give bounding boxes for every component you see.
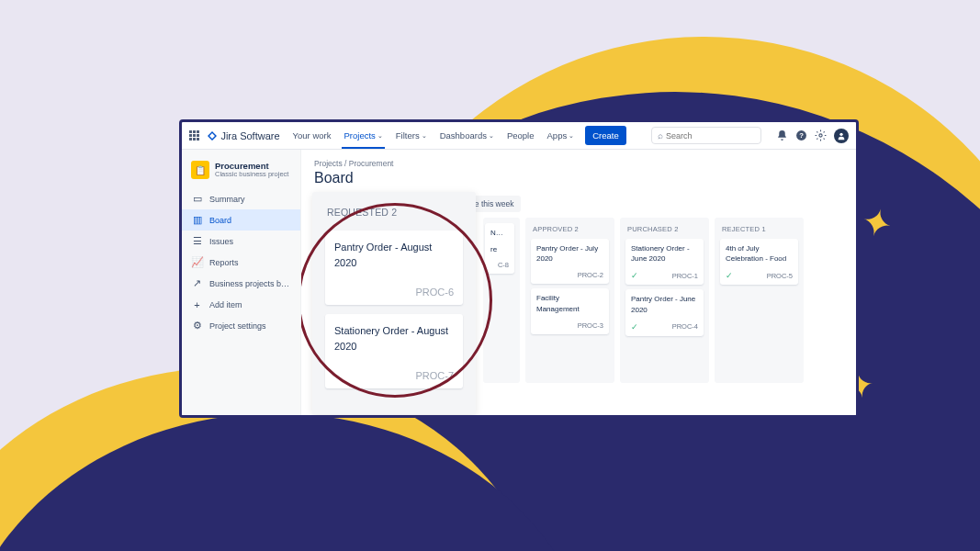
- chevron-down-icon: ⌄: [569, 132, 574, 140]
- sidebar-item-label: Project settings: [209, 321, 266, 331]
- sidebar-item-settings[interactable]: ⚙Project settings: [182, 315, 300, 336]
- column-header: PURCHASED 2: [625, 223, 704, 235]
- card-title: N…: [490, 228, 509, 238]
- project-subtitle: Classic business project: [215, 171, 288, 178]
- reports-icon: 📈: [191, 256, 203, 268]
- search-input[interactable]: [666, 131, 755, 141]
- nav-projects[interactable]: Projects⌄: [342, 123, 384, 148]
- chevron-down-icon: ⌄: [377, 132, 383, 140]
- settings-icon[interactable]: [815, 129, 827, 141]
- column-header: APPROVED 2: [531, 223, 609, 235]
- nav-people[interactable]: People: [505, 123, 536, 148]
- card-title: Pantry Order - June 2020: [631, 294, 698, 314]
- notifications-icon[interactable]: [776, 129, 788, 141]
- nav-dashboards[interactable]: Dashboards⌄: [438, 123, 496, 148]
- jira-icon: [207, 130, 218, 141]
- check-icon: ✓: [631, 271, 638, 280]
- column-header: REJECTED 1: [720, 223, 798, 235]
- summary-icon: ▭: [191, 193, 203, 205]
- add-icon: +: [191, 298, 203, 310]
- sidebar-item-label: Issues: [209, 237, 233, 246]
- card[interactable]: Pantry Order - August 2020PROC-6: [325, 231, 463, 305]
- card[interactable]: N…reC-8: [485, 223, 514, 274]
- card-key: PROC-7: [334, 370, 454, 381]
- profile-avatar[interactable]: [834, 129, 849, 143]
- breadcrumb-link[interactable]: Projects: [314, 159, 343, 168]
- card[interactable]: Pantry Order - July 2020PROC-2: [531, 239, 609, 284]
- project-header[interactable]: 📋 Procurement Classic business project: [182, 157, 300, 188]
- chevron-down-icon: ⌄: [422, 132, 427, 140]
- card[interactable]: Pantry Order - June 2020✓PROC-4: [625, 289, 704, 335]
- sidebar-item-summary[interactable]: ▭Summary: [182, 188, 300, 209]
- board-icon: ▥: [191, 214, 203, 226]
- card[interactable]: Stationery Order - August 2020PROC-7: [325, 314, 463, 388]
- card[interactable]: 4th of July Celebration - Food✓PROC-5: [720, 239, 798, 285]
- chevron-down-icon: ⌄: [489, 132, 494, 140]
- card[interactable]: Facility ManagementPROC-3: [531, 288, 609, 333]
- breadcrumb-link[interactable]: Procurement: [349, 159, 394, 168]
- kanban-board: Requested 2 Pantry Order - August 2020PR…: [314, 218, 843, 383]
- card-key: PROC-1: [672, 272, 698, 280]
- card-key: PROC-4: [672, 322, 698, 331]
- sidebar-item-label: Business projects b…: [209, 279, 289, 288]
- column-header: Requested 2: [325, 205, 463, 219]
- jira-window: Jira Software Your workProjects⌄Filters⌄…: [179, 119, 859, 418]
- svg-point-2: [819, 134, 822, 137]
- check-icon: ✓: [726, 271, 733, 280]
- card-key: PROC-6: [334, 287, 454, 298]
- svg-text:?: ?: [799, 131, 804, 140]
- settings-icon: ⚙: [191, 320, 203, 332]
- search-box[interactable]: ⌕: [651, 127, 761, 144]
- card-title: Stationery Order - June 2020: [631, 243, 698, 264]
- card-key: PROC-3: [578, 321, 603, 330]
- card-title: Pantry Order - August 2020: [334, 240, 454, 270]
- column-in-progress: N…reC-8: [483, 218, 520, 383]
- sidebar-item-reports[interactable]: 📈Reports: [182, 252, 300, 273]
- card[interactable]: Stationery Order - June 2020✓PROC-1: [625, 239, 704, 285]
- svg-point-3: [839, 132, 842, 135]
- help-icon[interactable]: ?: [795, 129, 807, 141]
- sidebar-item-label: Summary: [209, 195, 245, 204]
- card-title: Facility Management: [536, 293, 603, 313]
- search-icon: ⌕: [658, 130, 663, 141]
- nav-filters[interactable]: Filters⌄: [394, 123, 429, 148]
- sidebar-item-issues[interactable]: ☰Issues: [182, 231, 300, 252]
- product-name: Jira Software: [220, 130, 279, 141]
- nav-apps[interactable]: Apps⌄: [546, 123, 577, 148]
- app-switcher-icon[interactable]: [189, 130, 199, 141]
- column-rejected: REJECTED 14th of July Celebration - Food…: [715, 218, 804, 383]
- card-key: C-8: [490, 261, 509, 269]
- sidebar: 📋 Procurement Classic business project ▭…: [182, 150, 301, 415]
- check-icon: ✓: [631, 322, 638, 332]
- sidebar-item-label: Add item: [209, 300, 242, 309]
- nav-your-work[interactable]: Your work: [291, 123, 333, 148]
- main-content: Projects / Procurement Board Due this we…: [301, 150, 856, 415]
- topbar: Jira Software Your workProjects⌄Filters⌄…: [182, 122, 856, 150]
- column-requested-highlight: Requested 2 Pantry Order - August 2020PR…: [312, 192, 476, 414]
- sidebar-item-board[interactable]: ▥Board: [182, 209, 300, 231]
- sidebar-item-add[interactable]: +Add item: [182, 294, 300, 315]
- project-icon: 📋: [191, 161, 209, 179]
- card-title: Pantry Order - July 2020: [536, 243, 603, 264]
- card-key: PROC-5: [767, 272, 793, 280]
- breadcrumb: Projects / Procurement: [314, 159, 843, 168]
- primary-nav: Your workProjects⌄Filters⌄Dashboards⌄Peo…: [291, 123, 577, 148]
- sidebar-item-business[interactable]: ↗Business projects b…: [182, 273, 300, 294]
- jira-logo[interactable]: Jira Software: [207, 130, 279, 141]
- card-key: PROC-2: [578, 271, 603, 279]
- card-title: Stationery Order - August 2020: [334, 323, 454, 354]
- column-purchased: PURCHASED 2Stationery Order - June 2020✓…: [620, 218, 709, 383]
- sidebar-item-label: Reports: [209, 258, 239, 267]
- column-approved: APPROVED 2Pantry Order - July 2020PROC-2…: [525, 218, 614, 383]
- create-button[interactable]: Create: [585, 126, 626, 145]
- business-icon: ↗: [191, 277, 203, 289]
- card-title: 4th of July Celebration - Food: [726, 243, 793, 264]
- sidebar-item-label: Board: [209, 216, 231, 225]
- page-title: Board: [314, 170, 843, 186]
- issues-icon: ☰: [191, 235, 203, 247]
